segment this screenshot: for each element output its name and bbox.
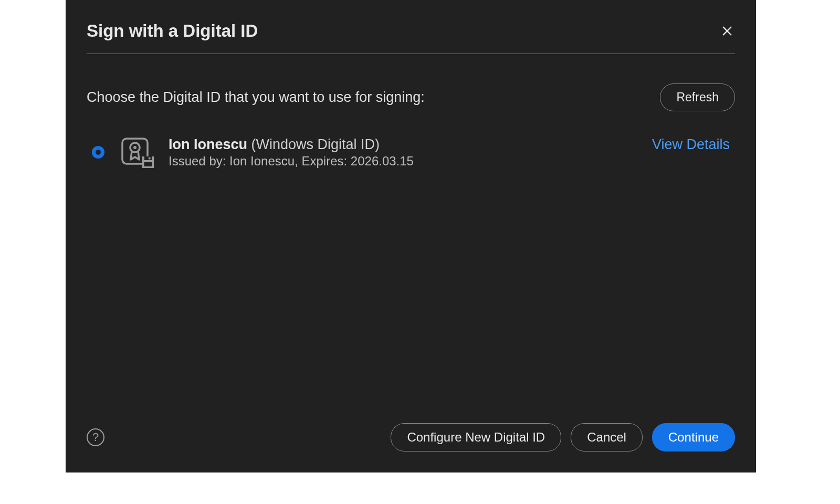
digital-id-details: Issued by: Ion Ionescu, Expires: 2026.03…	[169, 154, 638, 169]
close-button[interactable]	[719, 23, 735, 39]
sign-digital-id-dialog: Sign with a Digital ID Choose the Digita…	[66, 0, 756, 472]
svg-rect-8	[144, 162, 152, 166]
digital-id-type: (Windows Digital ID)	[251, 136, 380, 152]
dialog-title: Sign with a Digital ID	[87, 21, 258, 41]
dialog-footer: ? Configure New Digital ID Cancel Contin…	[87, 413, 735, 452]
radio-selected[interactable]	[92, 146, 104, 159]
instruction-row: Choose the Digital ID that you want to u…	[87, 83, 735, 111]
refresh-button[interactable]: Refresh	[660, 83, 735, 111]
view-details-link[interactable]: View Details	[652, 136, 730, 153]
continue-button[interactable]: Continue	[652, 423, 735, 452]
help-icon: ?	[92, 430, 99, 444]
instruction-text: Choose the Digital ID that you want to u…	[87, 89, 425, 106]
svg-rect-7	[149, 158, 151, 160]
help-button[interactable]: ?	[87, 428, 104, 446]
certificate-disk-icon	[118, 135, 155, 169]
radio-inner-dot	[96, 150, 101, 155]
digital-id-name: Ion Ionescu	[169, 136, 247, 152]
digital-id-name-row: Ion Ionescu (Windows Digital ID)	[169, 136, 638, 153]
dialog-header: Sign with a Digital ID	[87, 21, 735, 54]
digital-id-item[interactable]: Ion Ionescu (Windows Digital ID) Issued …	[87, 133, 735, 171]
svg-rect-6	[144, 156, 152, 160]
svg-point-4	[133, 146, 136, 149]
digital-id-list: Ion Ionescu (Windows Digital ID) Issued …	[87, 133, 735, 413]
cancel-button[interactable]: Cancel	[571, 423, 643, 452]
configure-new-id-button[interactable]: Configure New Digital ID	[391, 423, 561, 452]
close-icon	[721, 25, 733, 37]
digital-id-text: Ion Ionescu (Windows Digital ID) Issued …	[169, 136, 638, 169]
